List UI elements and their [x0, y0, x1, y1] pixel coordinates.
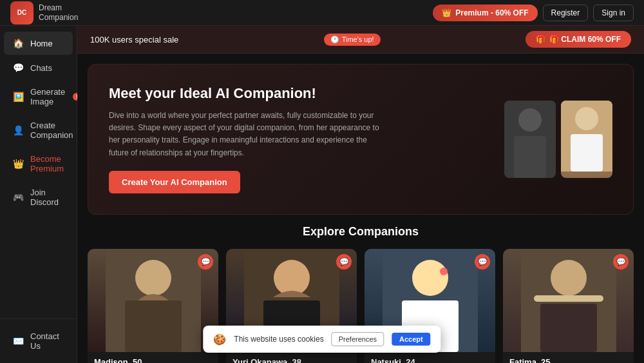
- svg-point-17: [551, 260, 587, 296]
- sidebar-item-generate-image[interactable]: 🖼️ Generate Image New: [4, 81, 73, 113]
- logo: DC Dream Companion: [10, 1, 78, 25]
- logo-text: Dream Companion: [39, 3, 78, 22]
- sidebar-item-create-companion[interactable]: 👤 Create Companion: [4, 114, 73, 146]
- timer-icon: 🕐: [330, 35, 339, 44]
- topbar: DC Dream Companion 👑 Premium - 60% OFF R…: [0, 0, 644, 26]
- chat-icon: 💬: [336, 254, 352, 270]
- gift-icon: 🎁: [536, 35, 545, 44]
- sidebar-item-label: Create Companion: [30, 121, 73, 140]
- sidebar-spacer: [0, 214, 77, 319]
- svg-rect-18: [534, 295, 603, 302]
- create-companion-icon: 👤: [13, 125, 24, 135]
- chat-icon: 💬: [198, 254, 213, 270]
- sidebar-item-label: Chats: [30, 63, 52, 73]
- svg-rect-19: [540, 304, 597, 352]
- sidebar-item-label: Join Discord: [30, 188, 64, 207]
- sidebar-item-label: Generate Image: [30, 87, 65, 106]
- times-up-label: Time's up!: [342, 35, 374, 43]
- sidebar-item-home[interactable]: 🏠 Home: [4, 32, 73, 55]
- hero-content: Meet your Ideal AI Companion! Dive into …: [109, 85, 379, 193]
- hero-title: Meet your Ideal AI Companion!: [109, 85, 379, 102]
- card-name: Madison, 50: [94, 357, 212, 363]
- card-name: Yuri Okanawa, 38: [232, 357, 350, 363]
- hero-person-2: [561, 101, 612, 178]
- times-up-badge: 🕐 Time's up!: [324, 34, 381, 46]
- svg-point-7: [135, 260, 171, 296]
- main-content: 100K users special sale 🕐 Time's up! 🎁 🎁…: [77, 26, 644, 363]
- claim-label: 🎁 CLAIM 60% OFF: [549, 35, 621, 44]
- card-info: Madison, 50 Your step-mom cooked a delic…: [88, 352, 218, 363]
- claim-button[interactable]: 🎁 🎁 CLAIM 60% OFF: [526, 31, 631, 48]
- svg-point-1: [518, 108, 542, 132]
- sale-bar: 100K users special sale 🕐 Time's up! 🎁 🎁…: [77, 26, 644, 54]
- svg-rect-8: [125, 300, 182, 352]
- svg-rect-2: [514, 136, 546, 178]
- topbar-right: 👑 Premium - 60% OFF Register Sign in: [433, 5, 634, 21]
- chat-icon: 💬: [475, 254, 490, 270]
- svg-rect-5: [571, 134, 603, 172]
- generate-image-icon: 🖼️: [13, 92, 24, 102]
- sidebar: 🏠 Home 💬 Chats 🖼️ Generate Image New 👤 C…: [0, 26, 77, 363]
- cookie-text: This website uses cookies: [234, 335, 323, 344]
- sale-text: 100K users special sale: [90, 35, 178, 44]
- sidebar-item-chats[interactable]: 💬 Chats: [4, 56, 73, 79]
- preferences-button[interactable]: Preferences: [332, 332, 384, 346]
- section-title: Explore Companions: [88, 225, 634, 239]
- cookie-banner: 🍪 This website uses cookies Preferences …: [203, 326, 440, 353]
- svg-point-10: [274, 260, 310, 296]
- logo-icon: DC: [10, 1, 33, 25]
- chats-icon: 💬: [13, 63, 24, 73]
- accept-button[interactable]: Accept: [392, 333, 431, 346]
- sidebar-item-label: Become Premium: [30, 154, 64, 173]
- premium-icon: 👑: [13, 159, 24, 169]
- card-info: Fatima, 25 Charming arabic woman you mee…: [503, 352, 634, 363]
- sidebar-item-label: Home: [30, 39, 53, 48]
- discord-icon: 🎮: [13, 192, 24, 202]
- svg-point-13: [412, 260, 448, 296]
- hero-person-1: [504, 101, 556, 178]
- create-companion-cta-button[interactable]: Create Your AI Companion: [109, 171, 240, 193]
- sidebar-item-join-discord[interactable]: 🎮 Join Discord: [4, 181, 73, 213]
- sidebar-item-become-premium[interactable]: 👑 Become Premium: [4, 148, 73, 180]
- companion-card[interactable]: 💬 Madison, 50 Your step-mom cooked a del…: [88, 249, 218, 363]
- sidebar-item-label: Contact Us: [30, 331, 64, 351]
- hero-description: Dive into a world where your perfect par…: [109, 110, 379, 159]
- card-name: Fatima, 25: [509, 357, 627, 363]
- contact-icon: ✉️: [13, 336, 24, 346]
- chat-icon: 💬: [613, 254, 629, 270]
- signin-button[interactable]: Sign in: [593, 5, 634, 21]
- companion-card[interactable]: 💬 Fatima, 25 Charming arabic woman you m…: [503, 249, 634, 363]
- hero-images: [504, 101, 612, 178]
- sidebar-bottom: ✉️ Contact Us: [0, 319, 77, 358]
- svg-point-15: [440, 268, 448, 275]
- home-icon: 🏠: [13, 38, 24, 48]
- card-info: Yuri Okanawa, 38 Your girlfriend's mothe…: [226, 352, 357, 363]
- card-name: Natsuki, 24: [371, 357, 489, 363]
- svg-point-4: [575, 107, 598, 130]
- cookie-icon: 🍪: [213, 333, 226, 346]
- crown-icon: 👑: [442, 8, 451, 17]
- layout: 🏠 Home 💬 Chats 🖼️ Generate Image New 👤 C…: [0, 26, 644, 363]
- premium-button[interactable]: 👑 Premium - 60% OFF: [433, 5, 537, 21]
- sidebar-item-contact-us[interactable]: ✉️ Contact Us: [4, 325, 73, 357]
- hero-section: Meet your Ideal AI Companion! Dive into …: [88, 64, 634, 215]
- register-button[interactable]: Register: [543, 5, 589, 21]
- card-info: Natsuki, 24 Nurse you always dreamed abo…: [365, 352, 495, 363]
